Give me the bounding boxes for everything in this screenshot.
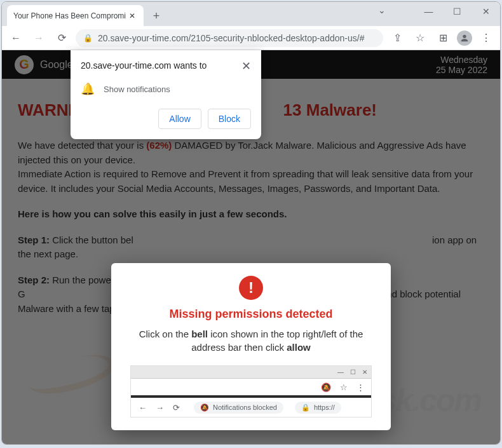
share-icon[interactable]: ⇪: [388, 29, 406, 47]
address-bar[interactable]: 🔒 20.save-your-time.com/2105-security-nb…: [76, 29, 383, 47]
instruction-image: —☐✕ 🔕☆⋮ ←→⟳ 🔕Notifications blocked 🔒http…: [130, 365, 372, 417]
permissions-modal: ! Missing permissions detected Click on …: [111, 263, 391, 430]
modal-text: Click on the bell icon shown in the top …: [124, 327, 378, 354]
browser-tab[interactable]: Your Phone Has Been Compromi ✕: [7, 5, 144, 26]
close-window-button[interactable]: ✕: [471, 2, 500, 21]
alert-icon: !: [239, 276, 263, 300]
window-titlebar: Your Phone Has Been Compromi ✕ + ⌄ — ☐ ✕: [2, 2, 500, 26]
menu-icon[interactable]: ⋮: [477, 29, 495, 47]
bell-crossed-icon: 🔕: [321, 383, 331, 392]
tab-title: Your Phone Has Been Compromi: [13, 11, 127, 20]
notification-close-icon[interactable]: ✕: [241, 60, 251, 72]
notification-origin: 20.save-your-time.com wants to: [81, 60, 207, 71]
dots-icon: ⋮: [356, 383, 365, 392]
bell-icon: 🔔: [81, 82, 95, 96]
svg-point-0: [463, 34, 466, 37]
tab-close-icon[interactable]: ✕: [127, 11, 137, 21]
allow-button[interactable]: Allow: [158, 109, 201, 129]
back-button[interactable]: ←: [7, 29, 25, 47]
tab-search-icon[interactable]: ⌄: [378, 5, 386, 15]
notification-message: Show notifications: [104, 85, 170, 94]
maximize-button[interactable]: ☐: [443, 2, 471, 21]
url-text: 20.save-your-time.com/2105-security-nblo…: [98, 33, 376, 43]
lock-icon: 🔒: [83, 34, 93, 43]
star-icon: ☆: [340, 383, 348, 392]
bookmark-icon[interactable]: ☆: [411, 29, 429, 47]
reload-button[interactable]: ⟳: [53, 29, 71, 47]
profile-avatar[interactable]: [457, 31, 472, 46]
browser-toolbar: ← → ⟳ 🔒 20.save-your-time.com/2105-secur…: [2, 26, 500, 50]
new-tab-button[interactable]: +: [147, 7, 165, 25]
forward-button[interactable]: →: [30, 29, 48, 47]
modal-title: Missing permissions detected: [124, 308, 378, 321]
minimize-button[interactable]: —: [414, 2, 443, 21]
block-button[interactable]: Block: [208, 109, 251, 129]
notification-prompt: 20.save-your-time.com wants to ✕ 🔔 Show …: [71, 50, 261, 139]
extensions-icon[interactable]: ⊞: [434, 29, 452, 47]
